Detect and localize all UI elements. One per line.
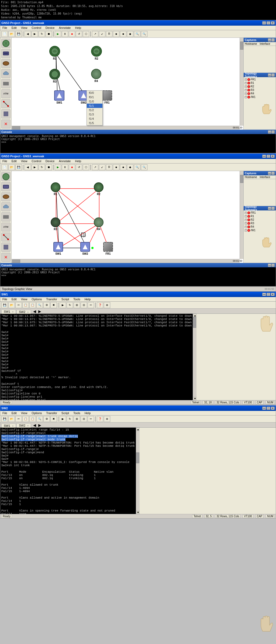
- expand-r3-1[interactable]: +: [245, 89, 247, 91]
- sw1-tb-5[interactable]: 📋: [29, 302, 36, 308]
- port-f1-5[interactable]: f1/5: [87, 121, 102, 125]
- sw2-tb-13[interactable]: ✂: [88, 416, 94, 422]
- tb-3d-1[interactable]: ⬡: [83, 31, 89, 37]
- minimize-btn-2[interactable]: —: [262, 155, 266, 158]
- tb-back-1[interactable]: ◀: [25, 31, 31, 37]
- sw1-tb-10[interactable]: ↻: [67, 302, 73, 308]
- sw2-tb-6[interactable]: 🔍: [36, 416, 43, 422]
- console-min-1[interactable]: —: [268, 130, 271, 134]
- device-node-2[interactable]: [1, 243, 11, 251]
- tb-pause-1[interactable]: ⏸: [62, 31, 68, 37]
- sw2-tb-7[interactable]: ⚙: [43, 416, 50, 422]
- tb-zoomout-2[interactable]: 🔍: [141, 164, 147, 170]
- tab-sw2-close-in-sw1[interactable]: ×: [27, 311, 29, 314]
- expand-r2-2[interactable]: +: [245, 219, 247, 221]
- sw1-close[interactable]: ×: [271, 293, 275, 296]
- tb-stop2-2[interactable]: ■: [69, 164, 75, 170]
- tb-zoom-1[interactable]: 🔍: [134, 31, 140, 37]
- sw2-menu-transfer[interactable]: Transfer: [45, 411, 58, 415]
- sw1-menu-script[interactable]: Script: [60, 297, 70, 301]
- menu-annotate-1[interactable]: Annotate: [58, 26, 72, 30]
- sw1-min[interactable]: —: [262, 293, 266, 296]
- tree-r2-2[interactable]: + R2: [244, 218, 275, 222]
- vscroll-2[interactable]: [240, 171, 243, 259]
- sw2-close[interactable]: ×: [271, 407, 275, 410]
- tb-import-1[interactable]: ↙: [99, 31, 105, 37]
- tb-r3-2[interactable]: ■: [120, 164, 126, 170]
- tab-sw1-close-in-sw2[interactable]: ×: [12, 425, 13, 427]
- sw1-terminal-content[interactable]: *Mar 1 00:00:13.967: %LINEPROTO-5-UPDOWN…: [0, 314, 193, 400]
- menu-edit-2[interactable]: Edit: [11, 159, 18, 163]
- captures-min-2[interactable]: —: [268, 172, 271, 175]
- node-fr1-2[interactable]: FR1: [103, 242, 113, 255]
- sw2-max[interactable]: □: [267, 407, 270, 410]
- sw1-vscroll[interactable]: ▲ ▼: [193, 314, 196, 400]
- expand-fr1-2[interactable]: +: [245, 212, 247, 214]
- sw1-tb-15[interactable]: ⊕: [104, 302, 110, 308]
- sw1-max[interactable]: □: [267, 293, 270, 296]
- tb-export-1[interactable]: ↗: [92, 31, 98, 37]
- tb-stop-2[interactable]: ⏹: [46, 164, 52, 170]
- tb-r2-2[interactable]: ■: [113, 164, 119, 170]
- vscroll-1[interactable]: [240, 38, 243, 126]
- tb-reload-2[interactable]: ↻: [39, 164, 45, 170]
- sw2-menu-view[interactable]: View: [20, 411, 29, 415]
- sw1-menu-edit[interactable]: Edit: [11, 297, 18, 301]
- tb-reload-1[interactable]: ↻: [39, 31, 45, 37]
- tree-fr1-2[interactable]: + FR1: [244, 211, 275, 214]
- sw1-tb-6[interactable]: 🔍: [36, 302, 43, 308]
- sw1-scroll-down[interactable]: ▼: [193, 397, 196, 400]
- sw1-tb-12[interactable]: ⊟: [81, 302, 87, 308]
- menu-view-2[interactable]: View: [20, 159, 29, 163]
- sw2-tb-8[interactable]: ✖: [50, 416, 57, 422]
- tb-new-1[interactable]: 📄: [1, 31, 8, 37]
- sw1-scroll-up[interactable]: ▲: [193, 314, 196, 317]
- port-f1-2[interactable]: f1/2: [87, 108, 102, 112]
- sw1-tb-7[interactable]: ⚙: [43, 302, 50, 308]
- menu-control-1[interactable]: Control: [30, 26, 42, 30]
- tree-r4-2[interactable]: + R4: [244, 225, 275, 229]
- tree-r3-1[interactable]: + R3: [244, 88, 275, 92]
- tree-w1-2[interactable]: + /W1: [244, 229, 275, 232]
- device-hub[interactable]: [1, 59, 11, 68]
- topo-min-1[interactable]: —: [268, 73, 271, 77]
- sw2-tb-12[interactable]: ⊟: [81, 416, 87, 422]
- sw2-tb-3[interactable]: ✂: [15, 416, 22, 422]
- device-link-2[interactable]: [1, 233, 11, 241]
- sw1-tb-11[interactable]: ⊞: [74, 302, 80, 308]
- tab-sw2-in-sw1[interactable]: SW2 ×: [16, 310, 31, 314]
- node-r1-1[interactable]: R1: [49, 46, 60, 60]
- sw1-tb-8[interactable]: ✖: [50, 302, 57, 308]
- sw2-menu-script[interactable]: Script: [60, 411, 70, 415]
- sw1-menu-tools[interactable]: Tools: [72, 297, 81, 301]
- port-f0-1[interactable]: f0/1: [87, 95, 102, 99]
- device-link[interactable]: [1, 99, 11, 108]
- sw2-tb-9[interactable]: ▶: [60, 416, 66, 422]
- menu-help-1[interactable]: Help: [74, 26, 82, 30]
- sw2-tb-11[interactable]: ⊞: [74, 416, 80, 422]
- menu-control-2[interactable]: Control: [30, 159, 42, 163]
- sw2-tb-1[interactable]: 💾: [1, 416, 8, 422]
- expand-r3-2[interactable]: +: [245, 222, 247, 224]
- menu-file-1[interactable]: File: [1, 26, 8, 30]
- topo-max-1[interactable]: □: [271, 73, 275, 77]
- tb-play-2[interactable]: ▶: [55, 164, 61, 170]
- node-fr1-1[interactable]: FR1: [102, 90, 112, 104]
- minimize-btn-1[interactable]: —: [262, 21, 266, 25]
- node-r3-2[interactable]: R3: [51, 217, 60, 231]
- tb-r1-2[interactable]: R: [106, 164, 112, 170]
- node-r4-1[interactable]: R4: [91, 69, 101, 83]
- sw2-tb-4[interactable]: 📋: [22, 416, 29, 422]
- tb-stop2-1[interactable]: ■: [69, 31, 75, 37]
- sw2-vscroll[interactable]: ▲ ▼: [136, 428, 140, 514]
- tab-sw2-close[interactable]: ×: [27, 424, 29, 427]
- tree-r4-1[interactable]: + R4: [244, 92, 275, 95]
- port-f1-1[interactable]: f1/1: [87, 104, 102, 108]
- sw1-tb-14[interactable]: ❓: [97, 302, 103, 308]
- node-r1-2[interactable]: R1: [51, 182, 60, 196]
- tb-r3-1[interactable]: ■: [120, 31, 126, 37]
- tb-zoom-2[interactable]: 🔍: [134, 164, 140, 170]
- expand-r1-2[interactable]: +: [245, 215, 247, 217]
- port-f1-4[interactable]: f1/4: [87, 117, 102, 121]
- tab-nav-right[interactable]: ▶: [37, 309, 42, 314]
